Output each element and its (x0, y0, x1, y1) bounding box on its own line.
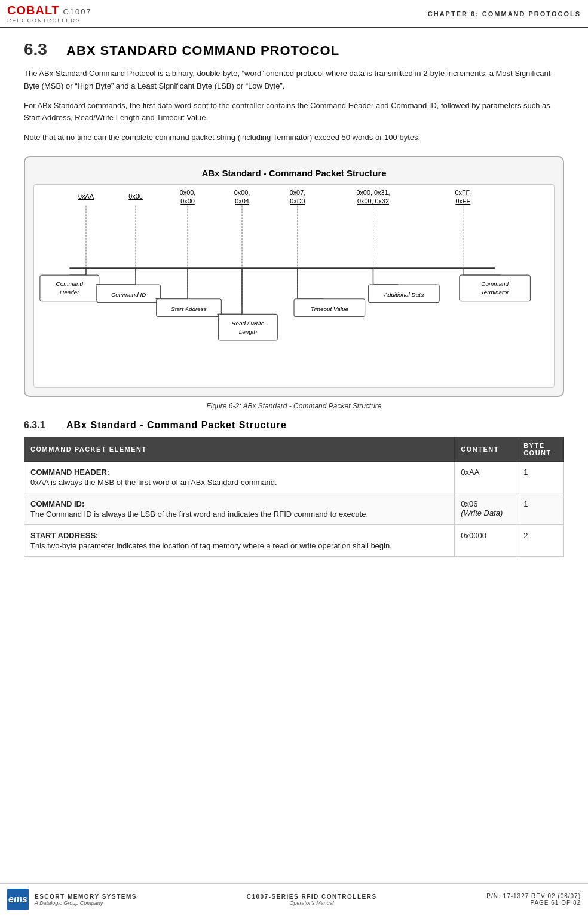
table-row: COMMAND ID: The Command ID is always the… (24, 493, 564, 524)
footer-right: P/N: 17-1327 REV 02 (08/07) PAGE 61 OF 8… (486, 893, 581, 906)
subsection-title: ABx Standard - Command Packet Structure (66, 420, 287, 431)
command-packet-table: COMMAND PACKET ELEMENT CONTENT BYTECOUNT… (24, 437, 564, 557)
page-footer: ems ESCORT MEMORY SYSTEMS A Datalogic Gr… (0, 883, 588, 915)
svg-text:Length: Length (239, 328, 258, 335)
row2-desc: The Command ID is always the LSB of the … (30, 510, 368, 518)
row1-label: COMMAND HEADER: (30, 468, 448, 477)
svg-text:Timeout Value: Timeout Value (311, 306, 349, 312)
svg-text:Command ID: Command ID (111, 291, 146, 298)
table-cell-element-2: COMMAND ID: The Command ID is always the… (24, 493, 455, 524)
table-cell-content-2: 0x06(Write Data) (455, 493, 517, 524)
table-cell-bytecount-2: 1 (517, 493, 564, 524)
svg-text:0x00: 0x00 (180, 197, 195, 205)
svg-text:0xFF: 0xFF (455, 197, 470, 205)
footer-logo-box: ESCORT MEMORY SYSTEMS A Datalogic Group … (35, 893, 137, 906)
logo-main: COBALT C1007 (7, 4, 92, 17)
svg-text:Read / Write: Read / Write (231, 320, 264, 327)
svg-text:Additional Data: Additional Data (383, 291, 424, 298)
diagram-container: ABx Standard - Command Packet Structure … (24, 156, 564, 397)
svg-text:0x06: 0x06 (128, 193, 143, 200)
footer-center: C1007-SERIES RFID CONTROLLERS Operator’s… (247, 893, 377, 906)
logo-sub: RFID CONTROLLERS (7, 17, 92, 23)
row3-desc: This two-byte parameter indicates the lo… (30, 541, 392, 550)
footer-product-manual: Operator’s Manual (247, 900, 377, 906)
diagram-inner: 0xAA 0x06 0x00, 0x00 0x00, 0x04 0x07, 0x… (33, 184, 555, 388)
row1-desc: 0xAA is always the MSB of the first word… (30, 478, 277, 487)
row2-label: COMMAND ID: (30, 499, 448, 508)
subsection-heading: 6.3.1 ABx Standard - Command Packet Stru… (24, 420, 564, 431)
table-cell-element-1: COMMAND HEADER: 0xAA is always the MSB o… (24, 461, 455, 493)
footer-part-number: P/N: 17-1327 REV 02 (08/07) (486, 893, 581, 899)
row3-label: START ADDRESS: (30, 531, 448, 540)
svg-text:0x04: 0x04 (235, 197, 249, 205)
diagram-svg: 0xAA 0x06 0x00, 0x00 0x00, 0x04 0x07, 0x… (34, 185, 554, 387)
svg-text:Header: Header (60, 289, 79, 295)
footer-tagline: A Datalogic Group Company (35, 900, 137, 906)
table-cell-content-3: 0x0000 (455, 524, 517, 556)
ems-icon: ems (7, 889, 29, 910)
table-cell-bytecount-1: 1 (517, 461, 564, 493)
body-paragraph-2: For ABx Standard commands, the first dat… (24, 100, 564, 125)
section-number: 6.3 (24, 40, 57, 59)
table-cell-element-3: START ADDRESS: This two-byte parameter i… (24, 524, 455, 556)
table-header-content: CONTENT (455, 437, 517, 461)
svg-text:0x00,: 0x00, (234, 189, 250, 196)
svg-text:Command: Command (481, 280, 509, 287)
footer-left: ems ESCORT MEMORY SYSTEMS A Datalogic Gr… (7, 889, 137, 910)
section-heading: 6.3 ABx Standard Command Protocol (24, 40, 564, 59)
table-row: COMMAND HEADER: 0xAA is always the MSB o… (24, 461, 564, 493)
table-cell-bytecount-3: 2 (517, 524, 564, 556)
body-paragraph-1: The ABx Standard Command Protocol is a b… (24, 68, 564, 93)
svg-rect-35 (218, 314, 277, 340)
main-content: 6.3 ABx Standard Command Protocol The AB… (0, 28, 588, 569)
logo-area: COBALT C1007 RFID CONTROLLERS (7, 4, 92, 23)
footer-company: ESCORT MEMORY SYSTEMS (35, 893, 137, 900)
svg-text:Terminator: Terminator (481, 289, 510, 295)
subsection-number: 6.3.1 (24, 420, 57, 431)
svg-text:Start Address: Start Address (171, 306, 207, 312)
svg-text:0x07,: 0x07, (290, 189, 306, 196)
table-header-element: COMMAND PACKET ELEMENT (24, 437, 455, 461)
svg-text:0xFF,: 0xFF, (455, 189, 471, 196)
svg-text:Command: Command (56, 280, 84, 287)
footer-page: PAGE 61 OF 82 (486, 899, 581, 906)
svg-text:0x00, 0x31,: 0x00, 0x31, (356, 189, 390, 196)
svg-text:0xAA: 0xAA (78, 193, 94, 200)
table-cell-content-1: 0xAA (455, 461, 517, 493)
table-header-bytecount: BYTECOUNT (517, 437, 564, 461)
figure-caption: Figure 6-2: ABx Standard - Command Packe… (24, 402, 564, 410)
svg-text:0x00, 0x32: 0x00, 0x32 (357, 197, 389, 205)
svg-text:0xD0: 0xD0 (290, 197, 305, 205)
footer-product-line: C1007-SERIES RFID CONTROLLERS (247, 893, 377, 900)
page-header: COBALT C1007 RFID CONTROLLERS CHAPTER 6:… (0, 0, 588, 28)
body-paragraph-3: Note that at no time can the complete co… (24, 132, 564, 144)
section-title: ABx Standard Command Protocol (66, 43, 339, 59)
diagram-title: ABx Standard - Command Packet Structure (33, 168, 555, 178)
chapter-title: CHAPTER 6: COMMAND PROTOCOLS (428, 10, 581, 17)
svg-text:0x00,: 0x00, (180, 189, 196, 196)
table-row: START ADDRESS: This two-byte parameter i… (24, 524, 564, 556)
